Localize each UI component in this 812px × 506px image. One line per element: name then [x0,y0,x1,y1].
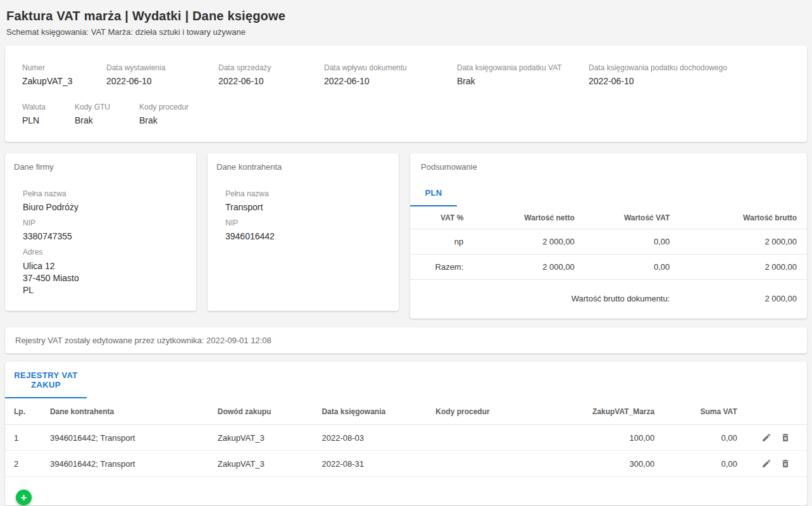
page: Faktura VAT marża | Wydatki | Dane księg… [0,0,812,506]
field-value: PLN [22,115,75,125]
registry-cell-marza: 100,00 [530,425,654,451]
summary-total-row: Razem: 2 000,00 0,00 2 000,00 [410,255,807,280]
field-label: Adres [23,248,186,256]
delete-button[interactable] [780,459,790,469]
registry-table-header-row: Lp. Dane kontrahenta Dowód zakupu Data k… [5,398,807,425]
summary-footer-row: Wartość brutto dokumentu: 2 000,00 [410,280,807,319]
summary-cell-netto: 2 000,00 [473,229,585,255]
registry-cell-lp: 1 [5,425,50,451]
field-data-wystawienia: Data wystawienia 2022-06-10 [106,63,218,86]
field-nip: NIP 3946016442 [225,218,389,241]
field-waluta: Waluta PLN [22,103,75,125]
field-pelna-nazwa: Pełna nazwa Biuro Podróży [23,189,186,212]
vat-registry-info-bar: Rejestry VAT zostały edytowane przez uży… [5,327,807,353]
field-data-wplywu: Data wpływu dokumentu 2022-06-10 [324,63,457,86]
edit-button[interactable] [761,459,771,469]
summary-cell-vat-value: 0,00 [585,229,680,255]
contractor-fields: Pełna nazwa Transport NIP 3946016442 [225,189,389,241]
registry-cell-marza: 300,00 [530,451,654,477]
field-label: Pełna nazwa [225,189,389,198]
summary-cell-netto: 2 000,00 [473,255,585,280]
summary-header-vat-value: Wartość VAT [585,206,680,229]
summary-footer-value: 2 000,00 [680,280,807,319]
page-subtitle: Schemat księgowania: VAT Marża: dzieła s… [6,27,807,37]
field-value: 2022-06-10 [106,76,218,86]
summary-row: np 2 000,00 0,00 2 000,00 [410,229,807,255]
field-value: 2022-06-10 [324,76,457,86]
field-value: 3946016442 [225,231,389,241]
registry-cell-dowod: ZakupVAT_3 [218,425,322,451]
field-label: Numer [22,63,106,72]
registry-cell-suma-vat: 0,00 [654,451,737,477]
summary-header-vat: VAT % [410,206,473,229]
document-details-card: Numer ZakupVAT_3 Data wystawienia 2022-0… [5,46,807,142]
summary-card-title: Podsumowanie [410,162,807,172]
edit-button[interactable] [761,433,771,443]
field-kody-gtu: Kody GTU Brak [75,103,139,125]
registry-cell-kontrahent: 3946016442; Transport [50,451,218,477]
delete-button[interactable] [780,433,790,443]
registry-cell-lp: 2 [5,451,50,477]
field-value: Ulica 12 37-450 Miasto PL [23,260,186,296]
vat-purchase-registry-card: REJESTRY VAT ZAKUP Lp. Dane kontrahenta … [5,362,807,505]
company-fields: Pełna nazwa Biuro Podróży NIP 3380747355… [23,189,186,296]
contractor-card: Dane kontrahenta Pełna nazwa Transport N… [208,153,399,311]
field-value: 2022-06-10 [589,76,727,86]
field-value: Brak [457,76,589,86]
registry-cell-data: 2022-08-03 [322,425,435,451]
summary-table: VAT % Wartość netto Wartość VAT Wartość … [410,206,807,319]
registry-table: Lp. Dane kontrahenta Dowód zakupu Data k… [5,398,807,477]
contractor-card-title: Dane kontrahenta [216,162,389,172]
edit-icon [761,435,771,445]
field-numer: Numer ZakupVAT_3 [22,63,106,86]
field-label: Data księgowania podatku VAT [457,63,589,72]
field-label: NIP [23,218,186,227]
summary-header-brutto: Wartość brutto [680,206,807,229]
field-value: 2022-06-10 [218,76,324,86]
field-label: Kody GTU [75,103,139,111]
field-label: Pełna nazwa [23,189,186,198]
field-data-sprzedazy: Data sprzedaży 2022-06-10 [218,63,324,86]
field-kody-procedur: Kody procedur Brak [139,103,189,125]
tab-pln[interactable]: PLN [410,182,457,206]
field-label: Data sprzedaży [218,63,324,72]
field-value: Biuro Podróży [23,202,186,212]
page-title: Faktura VAT marża | Wydatki | Dane księg… [6,9,807,23]
registry-cell-kontrahent: 3946016442; Transport [50,425,218,451]
middle-cards-grid: Dane firmy Pełna nazwa Biuro Podróży NIP… [5,153,807,319]
registry-header-marza: ZakupVAT_Marza [530,398,654,425]
registry-cell-kody [435,425,530,451]
edit-icon [761,461,771,471]
registry-row: 1 3946016442; Transport ZakupVAT_3 2022-… [5,425,807,451]
document-fields-row-1: Numer ZakupVAT_3 Data wystawienia 2022-0… [22,63,792,86]
field-value: ZakupVAT_3 [22,76,106,86]
add-registry-button[interactable]: + [16,490,32,505]
company-card: Dane firmy Pełna nazwa Biuro Podróży NIP… [5,153,196,311]
field-adres: Adres Ulica 12 37-450 Miasto PL [23,248,186,296]
document-fields-row-2: Waluta PLN Kody GTU Brak Kody procedur B… [22,103,792,125]
registry-cell-dowod: ZakupVAT_3 [218,451,322,477]
field-value: 3380747355 [23,231,186,241]
summary-cell-vat-value: 0,00 [585,255,680,280]
registry-cell-data: 2022-08-31 [322,451,435,477]
page-header: Faktura VAT marża | Wydatki | Dane księg… [5,6,807,46]
summary-table-header-row: VAT % Wartość netto Wartość VAT Wartość … [410,206,807,229]
summary-header-netto: Wartość netto [473,206,585,229]
tab-rejestry-vat-zakup[interactable]: REJESTRY VAT ZAKUP [5,362,87,398]
registry-header-actions [737,398,807,425]
row-actions [737,433,807,443]
field-value: Brak [75,115,139,125]
field-pelna-nazwa: Pełna nazwa Transport [225,189,389,212]
registry-row: 2 3946016442; Transport ZakupVAT_3 2022-… [5,451,807,477]
plus-icon: + [21,491,27,503]
field-label: Data wystawienia [106,63,218,72]
registry-header-data-ksiegowania: Data księgowania [322,398,435,425]
summary-cell-vat: Razem: [410,255,473,280]
field-value: Transport [225,202,389,212]
summary-cell-brutto: 2 000,00 [680,229,807,255]
registry-header-kody-procedur: Kody procedur [435,398,530,425]
company-card-title: Dane firmy [14,162,186,172]
row-actions [737,459,807,469]
field-data-ksiegowania-vat: Data księgowania podatku VAT Brak [457,63,589,86]
field-nip: NIP 3380747355 [23,218,186,241]
